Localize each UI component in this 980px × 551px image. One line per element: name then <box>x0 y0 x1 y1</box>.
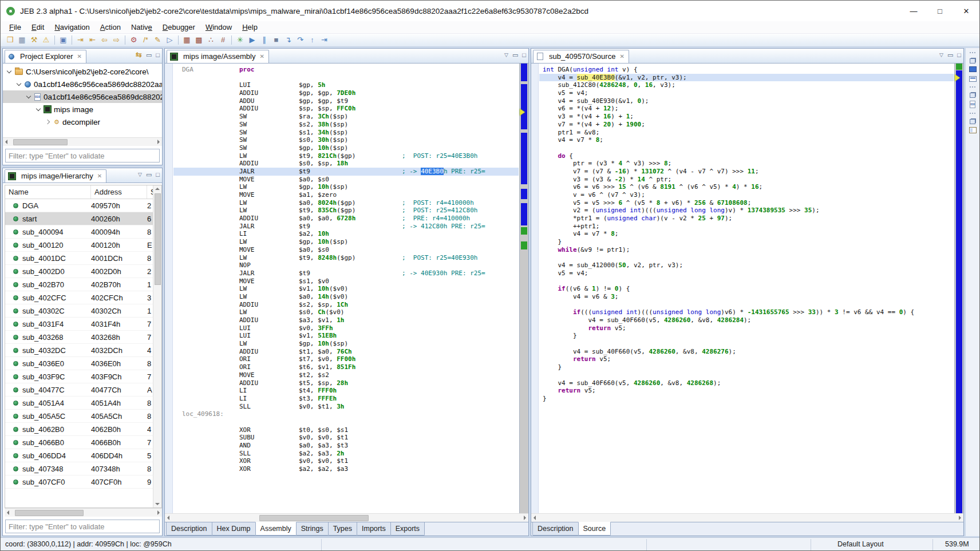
function-row[interactable]: sub_4051A44051A4h8 <box>5 397 153 410</box>
goto-address-button[interactable]: ⇥ <box>74 34 86 46</box>
subtab-description[interactable]: Description <box>166 522 212 536</box>
navigate-forward-button[interactable]: ⇨ <box>110 34 122 46</box>
restore-view-icon[interactable] <box>971 92 976 97</box>
source-line[interactable]: int DGA(unsigned int v) { <box>539 66 954 74</box>
drag-grip-icon[interactable] <box>969 51 976 54</box>
asm-line[interactable]: ADDU$gp, $gp, $t9 <box>173 97 519 105</box>
source-line[interactable]: v5 = v4; <box>539 89 954 97</box>
debugger-pause-button[interactable]: ∥ <box>258 34 270 46</box>
subtab-types[interactable]: Types <box>328 522 357 536</box>
menu-action[interactable]: Action <box>95 22 126 33</box>
asm-line[interactable]: LW$t9, 8248h($gp); POST: r25=40E930h <box>173 254 519 262</box>
source-line[interactable]: v4 = sub_40F660(v5, 4286260, &v8, 428627… <box>539 348 954 356</box>
function-row[interactable]: sub_402B70402B70h1 <box>5 278 153 291</box>
view-menu-icon[interactable] <box>138 171 142 178</box>
source-line[interactable]: } <box>539 395 954 403</box>
source-line[interactable]: v3 = (v3 & -2) * 14 ^ ptr; <box>539 176 954 184</box>
source-line[interactable]: } <box>539 363 954 371</box>
asm-line[interactable]: MOVE$a0, $s0 <box>173 246 519 254</box>
asm-line[interactable]: DGAproc <box>173 66 519 74</box>
asm-line[interactable]: ADDIU$a0, $a0, 6728h; PRE: r4=410000h <box>173 215 519 223</box>
tree-item-folder[interactable]: C:\Users\nicol\jeb2\jeb2-core2\core\ <box>3 65 162 78</box>
subtab-hex-dump[interactable]: Hex Dump <box>212 522 256 536</box>
source-line[interactable]: v = v6 ^ (v7 ^ v3); <box>539 191 954 199</box>
asm-line[interactable]: JALR$t9; -> 40E930h PRE: r25= <box>173 269 519 278</box>
debugger-stop-button[interactable]: ■ <box>270 34 282 46</box>
source-line[interactable]: return v5; <box>539 387 954 395</box>
status-layout[interactable]: Default Layout <box>837 540 884 548</box>
tab-source-view[interactable]: sub_409570/Source <box>533 50 629 63</box>
minimize-button[interactable]: — <box>900 1 927 21</box>
minimize-panel-icon[interactable] <box>146 52 152 58</box>
scroll-down-icon[interactable] <box>155 503 160 505</box>
hex-grid-view-button[interactable]: ▦ <box>181 34 193 46</box>
comment-button[interactable]: /* <box>140 34 152 46</box>
asm-line[interactable]: LW$t9, 835Ch($gp); POST: r25=412C80h <box>173 207 519 215</box>
debugger-start-button[interactable]: ✳ <box>234 34 246 46</box>
asm-line[interactable]: ADDIU$sp, $sp, FFC0h <box>173 105 519 113</box>
table-vscrollbar[interactable] <box>153 185 161 508</box>
step-out-button[interactable]: ↑ <box>306 34 318 46</box>
properties-wrench-button[interactable]: ⚒ <box>28 34 40 46</box>
source-line[interactable]: v4 = sub_412000(50, v2, ptr, v3); <box>539 261 954 269</box>
asm-line[interactable]: LW$t9, 821Ch($gp); POST: r25=40E3B0h <box>173 152 519 160</box>
source-line[interactable]: return v5; <box>539 355 954 363</box>
asm-line[interactable]: loc_409618: <box>173 410 519 418</box>
asm-line[interactable]: ADDIU$s2, $sp, 1Ch <box>173 301 519 309</box>
minimize-panel-icon[interactable] <box>146 172 152 178</box>
project-tree-hscrollbar[interactable] <box>3 137 162 146</box>
menu-window[interactable]: Window <box>200 22 237 33</box>
asm-line[interactable]: LW$a0, 8024h($gp); POST: r4=410000h <box>173 199 519 207</box>
asm-line[interactable]: AND$a0, $a3, $t3 <box>173 442 519 450</box>
tree-item-gears[interactable]: ⚙decompiler <box>3 116 162 128</box>
new-view-button[interactable]: ▣ <box>57 34 69 46</box>
scroll-right-icon[interactable] <box>959 516 961 520</box>
open-file-button[interactable]: ❒ <box>4 34 16 46</box>
source-line[interactable]: ptr = (v3 * 4 ^ v3) >>> 8; <box>539 160 954 168</box>
asm-line[interactable]: XOR$v0, $v0, $t1 <box>173 457 519 465</box>
function-row[interactable]: start400260h6 <box>5 212 153 225</box>
assembly-overview-ruler[interactable] <box>519 64 528 513</box>
scroll-left-icon[interactable] <box>7 510 9 515</box>
close-tab-icon[interactable] <box>77 53 81 60</box>
table-hscrollbar[interactable] <box>5 508 162 517</box>
function-row[interactable]: sub_4066B04066B0h7 <box>5 436 153 449</box>
asm-line[interactable]: ORI$t6, $v1, 851Fh <box>173 363 519 371</box>
control-flow-view-button[interactable]: # <box>217 34 229 46</box>
chevron-down-icon[interactable] <box>16 81 22 87</box>
run-script-button[interactable]: ▷ <box>164 34 176 46</box>
source-line[interactable]: sub_412C80(4286248, 0, 16, v3); <box>539 81 954 89</box>
function-row[interactable]: sub_407348407348h8 <box>5 462 153 475</box>
column-header-address[interactable]: Address <box>91 185 147 199</box>
chevron-right-icon[interactable] <box>45 119 51 125</box>
asm-line[interactable]: LW$a0, 14h($v0) <box>173 293 519 301</box>
function-row[interactable]: sub_403268403268h7 <box>5 331 153 344</box>
asm-line[interactable]: SLL$v0, $t1, 3h <box>173 403 519 411</box>
asm-line[interactable]: ORI$t7, $v0, FF00h <box>173 355 519 363</box>
minimize-panel-icon[interactable] <box>512 52 518 58</box>
scroll-up-icon[interactable] <box>155 188 160 190</box>
asm-line[interactable]: LW$gp, 10h($sp) <box>173 238 519 246</box>
chevron-down-icon[interactable] <box>26 94 31 100</box>
source-line[interactable]: v4 = v7 * 8; <box>539 136 954 144</box>
tab-assembly-view[interactable]: mips image/Assembly <box>167 50 269 63</box>
source-line[interactable]: v4 = sub_40E3B0(&v1, v2, ptr, v3); <box>539 74 954 82</box>
source-line[interactable]: if(((unsigned int)(((unsigned long long)… <box>539 308 954 316</box>
source-line[interactable]: v6 = *(v4 + 12); <box>539 105 954 113</box>
function-row[interactable]: sub_407CF0407CF0h9 <box>5 475 153 489</box>
asm-line[interactable]: SW$gp, 10h($sp) <box>173 144 519 152</box>
asm-line[interactable]: MOVE$a1, $zero <box>173 191 519 199</box>
source-line[interactable]: ++ptr1; <box>539 223 954 231</box>
asm-line[interactable]: SUBU$v0, $v0, $t1 <box>173 434 519 442</box>
source-line[interactable]: while(&v9 != ptr1); <box>539 246 954 254</box>
subtab-assembly[interactable]: Assembly <box>255 522 297 536</box>
source-line[interactable]: v4 = sub_40F660(v5, 4286260, &v8, 428626… <box>539 379 954 387</box>
maximize-panel-icon[interactable] <box>156 52 160 58</box>
scrollbar-thumb[interactable] <box>13 139 68 145</box>
scrollbar-thumb[interactable] <box>155 193 161 285</box>
source-line[interactable]: } <box>539 332 954 340</box>
scroll-left-icon[interactable] <box>5 140 7 144</box>
source-line[interactable]: v4 = sub_40F660(v5, 4286260, &v8, 428628… <box>539 316 954 324</box>
function-row[interactable]: sub_403F9C403F9Ch7 <box>5 370 153 383</box>
source-line[interactable] <box>539 254 954 262</box>
